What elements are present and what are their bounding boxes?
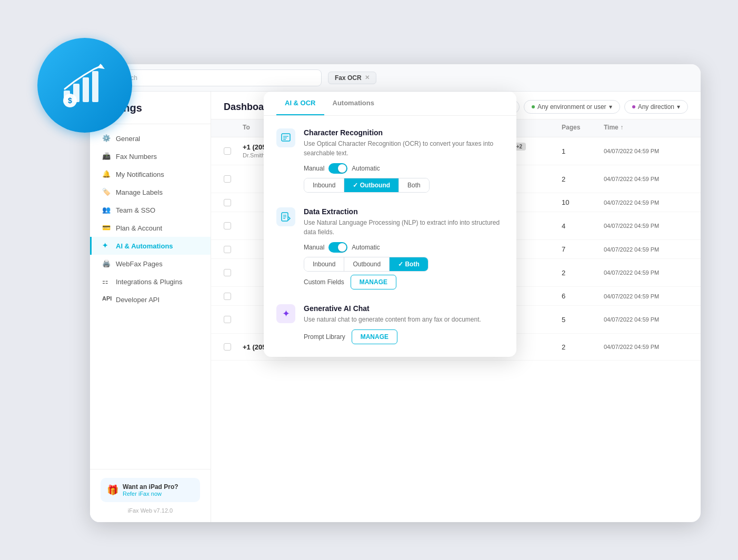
filter-label-dir: Any direction (638, 103, 674, 111)
ipad-promo[interactable]: 🎁 Want an iPad Pro? Refer iFax now (101, 478, 200, 502)
ocr-icon (276, 128, 295, 147)
filter-dot-purple (632, 105, 635, 108)
settings-tabs: AI & OCR Automations (264, 92, 516, 116)
sidebar-item-plan[interactable]: 💳 Plan & Account (90, 219, 211, 237)
filter-direction[interactable]: Any direction ▾ (624, 100, 688, 114)
sidebar-item-webfax[interactable]: 🖨️ WebFax Pages (90, 255, 211, 273)
extract-dir-both[interactable]: ✓ Both (390, 257, 428, 271)
extract-content: Data Extraction Use Natural Language Pro… (304, 207, 504, 289)
row-checkbox[interactable] (224, 222, 231, 229)
sidebar-label-labels: Manage Labels (116, 188, 163, 196)
filter-label-env: Any environment or user (537, 103, 606, 111)
brand-icon: $ (37, 38, 132, 133)
extract-direction-buttons: Inbound Outbound ✓ Both (304, 257, 428, 272)
extract-toggle[interactable] (328, 242, 347, 253)
chevron-down-icon3: ▾ (677, 103, 680, 111)
row-checkbox[interactable] (224, 175, 231, 183)
sidebar-item-ai[interactable]: ✦ AI & Automations (90, 237, 211, 255)
row-checkbox[interactable] (224, 293, 231, 300)
tab-ai-ocr[interactable]: AI & OCR (276, 92, 324, 115)
sidebar-item-team[interactable]: 👥 Team & SSO (90, 201, 211, 219)
prompt-library-label: Prompt Library (304, 333, 345, 341)
manage-custom-fields-button[interactable]: MANAGE (351, 275, 396, 289)
time: 04/07/2022 04:59 PM (604, 176, 688, 182)
settings-panel: AI & OCR Automations Characte (264, 92, 516, 357)
ocr-dir-both[interactable]: Both (399, 178, 429, 192)
col-pages: Pages (562, 124, 604, 133)
web-icon: 🖨️ (102, 259, 111, 268)
top-bar: 🔍 Search Fax OCR ✕ (90, 64, 701, 92)
pages: 5 (562, 316, 604, 324)
sidebar-item-developer[interactable]: API Developer API (90, 291, 211, 308)
version-label: iFax Web v7.12.0 (101, 507, 200, 514)
pages: 1 (562, 147, 604, 155)
sidebar-label-team: Team & SSO (116, 206, 155, 214)
plan-icon: 💳 (102, 224, 111, 232)
filter-dot-green (532, 105, 535, 108)
tab-automations[interactable]: Automations (324, 92, 383, 115)
gear-icon: ⚙️ (102, 134, 111, 143)
row-checkbox[interactable] (224, 147, 231, 155)
sidebar-bottom: 🎁 Want an iPad Pro? Refer iFax now iFax … (90, 469, 211, 514)
extract-dir-outbound[interactable]: Outbound (344, 257, 390, 271)
row-checkbox[interactable] (224, 199, 231, 206)
sidebar-label-ai: AI & Automations (116, 242, 173, 250)
sidebar-item-general[interactable]: ⚙️ General (90, 129, 211, 147)
ai-icon: ✦ (102, 242, 111, 250)
sidebar-item-notifications[interactable]: 🔔 My Notifications (90, 165, 211, 183)
pages: 7 (562, 245, 604, 253)
extract-icon (276, 207, 295, 226)
close-icon: ✕ (365, 74, 370, 81)
sidebar-item-labels[interactable]: 🏷️ Manage Labels (90, 183, 211, 201)
custom-fields-label: Custom Fields (304, 278, 344, 286)
ai-content: Generative AI Chat Use natural chat to g… (304, 304, 504, 344)
svg-rect-7 (282, 134, 290, 141)
extract-toggle-manual: Manual (304, 244, 324, 251)
custom-fields-row: Custom Fields MANAGE (304, 275, 504, 289)
filter-environment[interactable]: Any environment or user ▾ (524, 100, 620, 114)
ai-desc: Use natural chat to generate content fro… (304, 315, 504, 324)
time: 04/07/2022 04:59 PM (604, 293, 688, 299)
time: 04/07/2022 04:59 PM (604, 316, 688, 323)
manage-prompt-button[interactable]: MANAGE (352, 329, 397, 344)
team-icon: 👥 (102, 206, 111, 214)
setting-data-extraction: Data Extraction Use Natural Language Pro… (276, 207, 504, 289)
fax-ocr-badge[interactable]: Fax OCR ✕ (328, 72, 376, 84)
settings-body: Character Recognition Use Optical Charac… (264, 116, 516, 357)
pages: 2 (562, 175, 604, 183)
extract-toggle-row: Manual Automatic (304, 242, 504, 253)
promo-subtitle: Refer iFax now (123, 491, 162, 497)
sidebar-item-integrations[interactable]: ⚏ Integrations & Plugins (90, 273, 211, 291)
ocr-dir-outbound[interactable]: ✓ Outbound (344, 178, 399, 192)
pages: 2 (562, 269, 604, 277)
ocr-toggle-manual: Manual (304, 165, 324, 172)
setting-generative-ai: ✦ Generative AI Chat Use natural chat to… (276, 304, 504, 344)
sidebar-label-webfax: WebFax Pages (116, 260, 163, 268)
search-box[interactable]: 🔍 Search (101, 69, 322, 86)
label-icon: 🏷️ (102, 188, 111, 196)
row-checkbox[interactable] (224, 343, 231, 351)
time: 04/07/2022 04:59 PM (604, 246, 688, 253)
row-checkbox[interactable] (224, 316, 231, 323)
sidebar: Settings ⚙️ General 📠 Fax Numbers 🔔 My N… (90, 92, 211, 522)
sidebar-label-fax: Fax Numbers (116, 153, 157, 161)
pages: 6 (562, 292, 604, 300)
sidebar-label-plan: Plan & Account (116, 224, 162, 232)
ocr-dir-inbound[interactable]: Inbound (304, 178, 344, 192)
col-checkbox (224, 124, 243, 133)
extract-dir-inbound[interactable]: Inbound (304, 257, 344, 271)
svg-rect-2 (83, 77, 89, 102)
grid-icon: ⚏ (102, 277, 111, 286)
sidebar-item-fax-numbers[interactable]: 📠 Fax Numbers (90, 147, 211, 165)
time: 04/07/2022 04:59 PM (604, 148, 688, 154)
row-checkbox[interactable] (224, 269, 231, 276)
ocr-toggle[interactable] (328, 163, 347, 174)
pages: 10 (562, 198, 604, 206)
row-checkbox[interactable] (224, 246, 231, 253)
svg-rect-3 (92, 71, 98, 102)
sidebar-label-integrations: Integrations & Plugins (116, 278, 182, 286)
extract-title: Data Extraction (304, 207, 504, 216)
time: 04/07/2022 04:59 PM (604, 199, 688, 206)
setting-character-recognition: Character Recognition Use Optical Charac… (276, 128, 504, 193)
ipad-icon: 🎁 (107, 484, 118, 496)
